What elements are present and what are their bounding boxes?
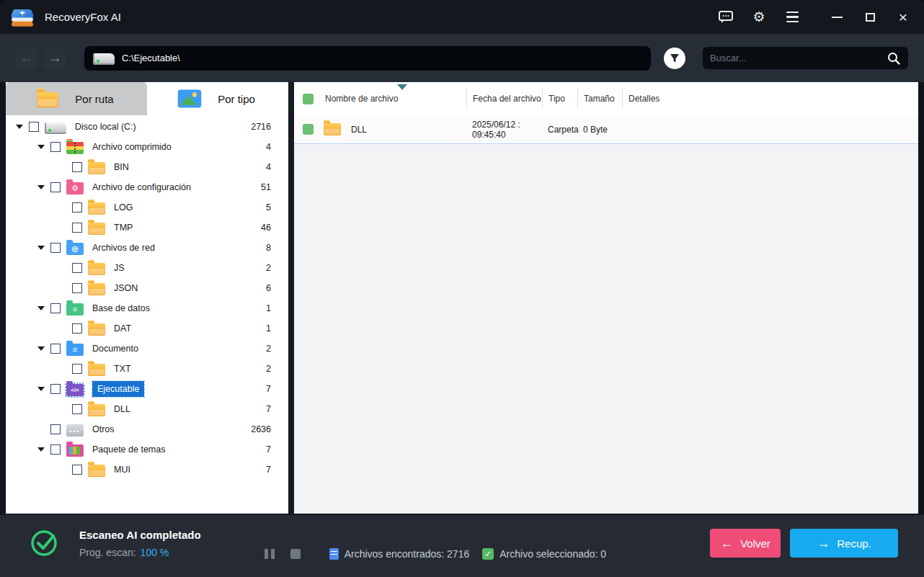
expander-icon[interactable] xyxy=(37,246,45,250)
tree-item-count: 2 xyxy=(266,344,271,354)
tree-item-label[interactable]: Paquete de temas xyxy=(92,444,165,455)
tree-item[interactable]: ••• Otros 2636 xyxy=(6,419,288,439)
tree-checkbox[interactable] xyxy=(72,323,82,334)
tree-checkbox[interactable] xyxy=(72,223,82,233)
header-date[interactable]: Fecha del archivo xyxy=(466,88,542,109)
path-field[interactable]: C:\Ejecutable\ xyxy=(84,46,651,71)
minimize-icon[interactable] xyxy=(829,9,845,25)
maximize-icon[interactable] xyxy=(862,9,878,25)
expander-icon[interactable] xyxy=(37,346,45,351)
tree-checkbox[interactable] xyxy=(72,404,82,414)
tree-item[interactable]: ⚙ Archivo de configuración 51 xyxy=(6,177,288,197)
tree-checkbox[interactable] xyxy=(50,384,61,394)
expander-icon[interactable] xyxy=(16,125,23,129)
tree-item[interactable]: ≡ Documento 2 xyxy=(6,339,288,359)
tree-item[interactable]: MUI 7 xyxy=(6,460,288,480)
tree-checkbox[interactable] xyxy=(72,283,82,293)
row-size: 0 Byte xyxy=(577,125,622,135)
app-window: ✦ RecoveryFox AI ⚙ × ← xyxy=(0,0,924,577)
tree-checkbox[interactable] xyxy=(50,182,61,192)
tab-por-tipo[interactable]: Por tipo xyxy=(147,82,288,115)
tree-item-label[interactable]: TXT xyxy=(114,364,131,374)
panel-divider[interactable] xyxy=(288,82,294,514)
tree-item-label[interactable]: JS xyxy=(114,263,125,273)
tree-item[interactable]: TXT 2 xyxy=(6,359,288,379)
tree-item-label[interactable]: JSON xyxy=(114,283,138,293)
tree-checkbox[interactable] xyxy=(50,243,61,253)
tree-checkbox[interactable] xyxy=(50,444,61,455)
tree-item[interactable]: LOG 5 xyxy=(6,197,288,218)
close-icon[interactable]: × xyxy=(895,9,911,25)
search-icon[interactable] xyxy=(887,51,901,66)
tree-item-label[interactable]: Ejecutable xyxy=(92,381,144,397)
tree-item-label[interactable]: Archivo de configuración xyxy=(92,182,191,192)
tree-item-icon xyxy=(88,323,105,336)
file-list-panel: Nombre de archivo Fecha del archivo Tipo… xyxy=(294,82,918,514)
tree-item-count: 7 xyxy=(266,384,271,394)
tree-item[interactable]: TMP 46 xyxy=(6,218,288,238)
tree-item[interactable]: Disco local (C:) 2716 xyxy=(6,117,288,137)
tree-checkbox[interactable] xyxy=(50,303,61,313)
back-button[interactable]: ← xyxy=(16,48,37,69)
tree-checkbox[interactable] xyxy=(50,424,61,434)
header-size[interactable]: Tamaño xyxy=(577,88,622,109)
row-checkbox[interactable] xyxy=(303,124,314,135)
recover-button[interactable]: →Recup. xyxy=(790,529,898,558)
expander-icon[interactable] xyxy=(37,145,45,149)
forward-button[interactable]: → xyxy=(44,48,65,69)
table-row[interactable]: DLL 2025/06/12 : 09:45:40 Carpeta 0 Byte xyxy=(294,115,918,144)
tree-item[interactable]: </> Ejecutable 7 xyxy=(6,379,288,399)
drive-icon xyxy=(93,53,115,65)
tree-item[interactable]: Paquete de temas 7 xyxy=(6,439,288,460)
tree-checkbox[interactable] xyxy=(72,162,82,172)
settings-gear-icon[interactable]: ⚙ xyxy=(751,9,767,25)
tree-item-label[interactable]: Documento xyxy=(92,344,138,354)
tree-item-label[interactable]: LOG xyxy=(114,202,133,213)
tree-item-label[interactable]: DLL xyxy=(114,404,130,414)
tree-item[interactable]: DLL 7 xyxy=(6,399,288,419)
search-input[interactable] xyxy=(710,53,887,63)
tree-item[interactable]: ⊕ Archivos de red 8 xyxy=(6,238,288,258)
expander-icon[interactable] xyxy=(37,447,45,452)
expander-icon[interactable] xyxy=(37,387,45,391)
tree-item[interactable]: ≡ Base de datos 1 xyxy=(6,298,288,318)
tree-item[interactable]: DAT 1 xyxy=(6,318,288,339)
expander-icon[interactable] xyxy=(37,185,45,189)
header-details[interactable]: Detalles xyxy=(622,88,918,109)
tree-item-label[interactable]: DAT xyxy=(114,323,131,334)
tree-checkbox[interactable] xyxy=(50,142,61,152)
tree-item-label[interactable]: MUI xyxy=(114,465,130,475)
tab-por-ruta[interactable]: Por ruta xyxy=(6,82,147,115)
header-name[interactable]: Nombre de archivo xyxy=(325,94,398,104)
tree-checkbox[interactable] xyxy=(72,465,82,475)
scan-progress: Prog. escan:100 % xyxy=(79,547,201,558)
back-volver-button[interactable]: ←Volver xyxy=(710,529,781,558)
header-type[interactable]: Tipo xyxy=(542,88,577,109)
tree-item-label[interactable]: Otros xyxy=(92,424,115,434)
tree-item-count: 2716 xyxy=(251,122,271,132)
tree-item[interactable]: Archivo comprimido 4 xyxy=(6,137,288,157)
pause-icon[interactable] xyxy=(265,549,275,559)
tree-checkbox[interactable] xyxy=(72,364,82,374)
tree-item-label[interactable]: Base de datos xyxy=(92,303,150,313)
tree-checkbox[interactable] xyxy=(72,202,82,213)
select-all-checkbox[interactable] xyxy=(303,94,314,104)
stop-icon[interactable] xyxy=(290,549,301,559)
tree-item[interactable]: JS 2 xyxy=(6,258,288,278)
tree-item-label[interactable]: Archivo comprimido xyxy=(92,142,172,152)
tree-checkbox[interactable] xyxy=(50,344,61,354)
tree-item[interactable]: JSON 6 xyxy=(6,278,288,298)
filter-icon[interactable] xyxy=(664,48,685,69)
feedback-chat-icon[interactable] xyxy=(718,9,734,25)
tree-item-label[interactable]: TMP xyxy=(114,223,133,233)
tree-checkbox[interactable] xyxy=(29,122,39,132)
tree-item[interactable]: BIN 4 xyxy=(6,157,288,177)
sort-arrow-icon[interactable] xyxy=(397,84,407,90)
tree-checkbox[interactable] xyxy=(72,263,82,273)
expander-icon[interactable] xyxy=(37,306,45,310)
tree-item-label[interactable]: Archivos de red xyxy=(92,243,155,253)
tree-item-label[interactable]: Disco local (C:) xyxy=(75,122,136,132)
scan-status-title: Escaneo AI completado xyxy=(79,529,201,541)
tree-item-label[interactable]: BIN xyxy=(114,162,129,172)
menu-icon[interactable] xyxy=(784,9,800,25)
